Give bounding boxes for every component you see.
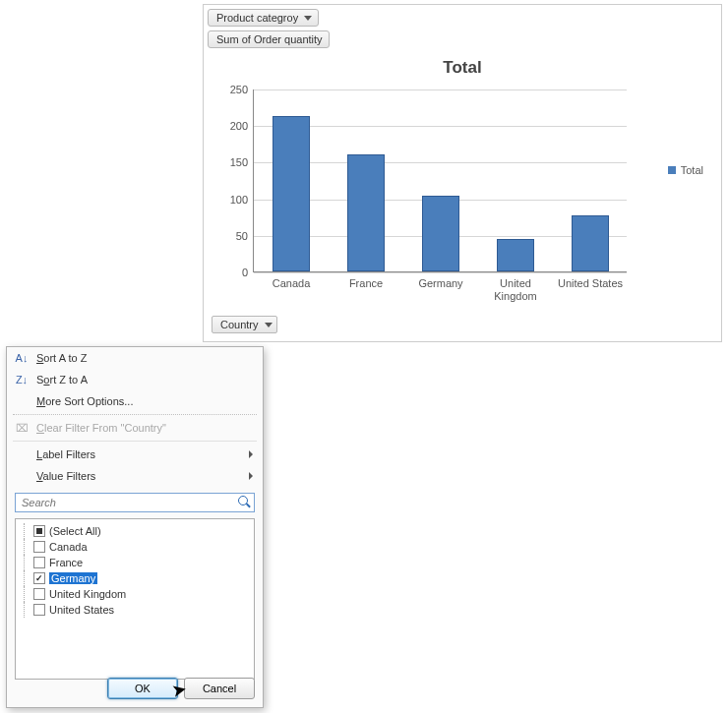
chart-bar [347,154,385,271]
submenu-arrow-icon [249,450,253,458]
chart-ytick: 100 [218,194,248,206]
chart-xlabel: Germany [405,277,476,290]
filter-item-label: United Kingdom [49,588,126,600]
value-field-pill[interactable]: Sum of Order quantity [208,30,330,48]
dropdown-icon [265,323,273,327]
filter-search[interactable] [15,493,255,512]
filter-item-label: United States [49,604,114,616]
chart-area: Total 050100150200250CanadaFranceGermany… [212,56,713,333]
legend-label: Total [681,164,703,176]
chart-bar [497,239,534,271]
legend-swatch [668,166,676,174]
checkbox[interactable] [33,525,45,537]
sort-z-to-a[interactable]: Z↓ Sort Z to A [7,369,263,390]
filter-item-label: Canada [49,541,88,553]
axis-field-pill[interactable]: Country [212,316,277,333]
filter-item-label: France [49,557,83,568]
dropdown-icon [304,16,312,21]
chart-panel: Product categroy Sum of Order quantity T… [203,4,722,342]
chart-ytick: 0 [218,267,248,278]
chart-ytick: 250 [218,84,248,95]
search-icon [238,496,252,509]
chart-legend: Total [668,164,703,176]
sort-a-to-z[interactable]: A↓ Sort A to Z [7,347,263,369]
value-filters[interactable]: Value Filters [7,465,263,487]
chart-ytick: 200 [218,120,248,132]
filter-item-label: (Select All) [49,525,101,537]
axis-field-label: Country [220,319,259,330]
chart-ytick: 50 [218,230,248,242]
chart-ytick: 150 [218,156,248,168]
clear-filter-icon: ⌧ [13,423,30,434]
checkbox[interactable] [33,588,45,600]
page-filter-pill[interactable]: Product categroy [208,9,319,27]
chart-gridline [254,89,627,90]
menu-separator [13,441,257,442]
cancel-button[interactable]: Cancel [184,678,255,699]
more-sort-options[interactable]: More Sort Options... [7,390,263,412]
value-field-label: Sum of Order quantity [216,33,323,45]
filter-item[interactable]: Canada [20,539,250,555]
checkbox[interactable] [33,604,45,616]
submenu-arrow-icon [249,472,253,480]
chart-gridline [254,272,627,273]
chart-xlabel: France [331,277,401,290]
checkbox[interactable] [33,557,45,568]
button-bar: OK Cancel ➤ [15,678,255,699]
menu-separator [13,414,257,415]
sort-asc-icon: A↓ [13,353,30,364]
search-input[interactable] [20,496,238,509]
filter-item[interactable]: (Select All) [20,523,250,539]
chart-xlabel: United States [555,277,626,290]
filter-item-label: Germany [49,572,97,584]
chart-title: Total [212,58,713,78]
filter-values-tree[interactable]: (Select All)CanadaFranceGermanyUnited Ki… [15,518,255,680]
filter-item[interactable]: France [20,555,250,570]
ok-button[interactable]: OK [107,678,178,699]
chart-bar [273,116,310,271]
sort-desc-icon: Z↓ [13,375,30,386]
label-filters[interactable]: Label Filters [7,444,263,465]
country-filter-menu: A↓ Sort A to Z Z↓ Sort Z to A More Sort … [6,346,264,708]
chart-xlabel: Canada [256,277,327,290]
filter-item[interactable]: Germany [20,570,250,586]
clear-filter: ⌧ Clear Filter From "Country" [7,417,263,439]
checkbox[interactable] [33,541,45,553]
chart-plot: 050100150200250CanadaFranceGermanyUnited… [253,89,627,272]
chart-bar [572,215,609,271]
chart-bar [422,196,459,271]
chart-xlabel: United Kingdom [480,277,551,302]
filter-item[interactable]: United Kingdom [20,586,250,602]
page-filter-label: Product categroy [216,12,298,24]
checkbox[interactable] [33,572,45,584]
filter-item[interactable]: United States [20,602,250,618]
